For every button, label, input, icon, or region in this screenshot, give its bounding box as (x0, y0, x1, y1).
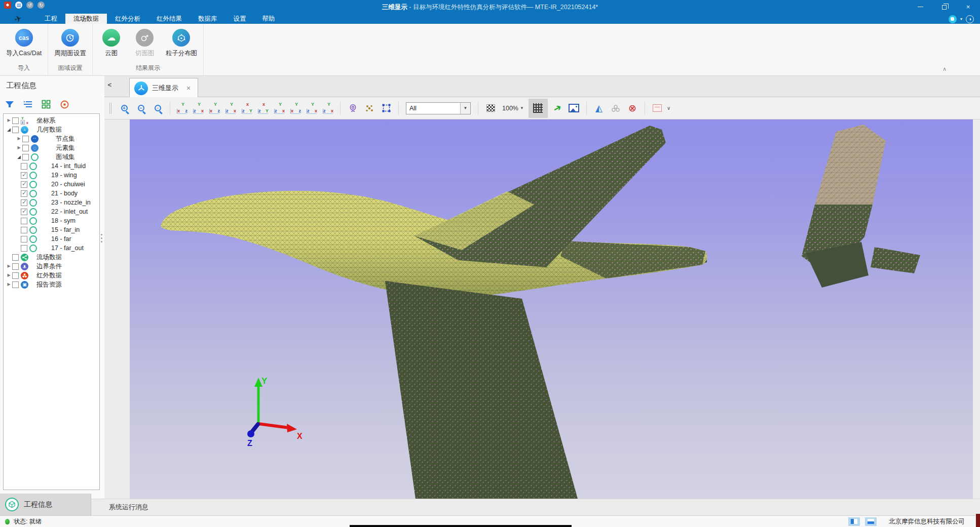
menu-tab-help[interactable]: 帮助 (254, 14, 283, 24)
tree-item-elemset[interactable]: ◌元素集 (4, 143, 99, 152)
zoom-fit-icon[interactable]: ▫ (150, 101, 165, 116)
tree-item-boundary[interactable]: 边界条件 (4, 262, 99, 271)
menu-tab-database[interactable]: 数据库 (190, 14, 225, 24)
tree-item-sym[interactable]: 18 - sym (4, 216, 99, 225)
tree-item-report[interactable]: ▣报告资源 (4, 280, 99, 289)
tree-item-infrared[interactable]: 红外数据 (4, 271, 99, 280)
checkbox[interactable] (22, 145, 29, 151)
view-top-icon[interactable]: xzY (240, 102, 254, 114)
particle-distribution-button[interactable]: 粒子分布图 (163, 28, 201, 59)
tree-item-inlet-out[interactable]: 22 - inlet_out (4, 207, 99, 216)
transparency-checker-icon[interactable] (483, 101, 498, 116)
tree-item-far[interactable]: 16 - far (4, 234, 99, 244)
mirror-icon[interactable]: ◭ (592, 101, 606, 116)
tree-item-surfaceset[interactable]: 面域集 (4, 152, 99, 161)
checkbox[interactable] (21, 163, 27, 170)
expander-icon[interactable] (6, 264, 12, 268)
checkbox[interactable] (21, 245, 27, 252)
export-arrow-icon[interactable]: ➔ (550, 101, 564, 116)
delete-icon[interactable]: ⊗ (625, 101, 639, 116)
redo-icon[interactable]: ↻ (37, 2, 45, 9)
3d-viewport[interactable]: Y X Z (130, 119, 973, 499)
opacity-dropdown[interactable]: 100%▼ (500, 105, 526, 112)
style-toggle-icon[interactable] (949, 15, 957, 23)
layout-toggle-2-icon[interactable] (865, 517, 877, 526)
view-back-icon[interactable]: Yzx (192, 102, 205, 114)
select-box-icon[interactable] (379, 101, 393, 116)
checkbox[interactable] (21, 172, 27, 179)
checkbox[interactable] (21, 199, 27, 206)
section-circles-icon[interactable] (609, 101, 623, 116)
tab-close-icon[interactable]: × (186, 84, 191, 92)
close-button[interactable]: × (956, 0, 980, 14)
target-locate-icon[interactable] (59, 99, 70, 110)
view-front-icon[interactable]: Yxz (175, 102, 189, 114)
view-iso1-icon[interactable]: Yzx (273, 102, 286, 114)
checkbox[interactable] (21, 181, 27, 188)
grid-view-icon[interactable] (41, 99, 52, 110)
view-bottom-icon[interactable]: xzY (256, 102, 270, 114)
tab-3d-display[interactable]: 三维显示 × (129, 78, 198, 98)
expander-icon[interactable] (6, 282, 12, 287)
expander-icon[interactable] (16, 137, 22, 141)
checkbox[interactable] (12, 254, 19, 261)
import-cas-dat-button[interactable]: cas 导入Cas/Dat (3, 28, 45, 59)
menu-tab-ir-results[interactable]: 红外结果 (148, 14, 190, 24)
view-iso2-icon[interactable]: Yxz (289, 102, 303, 114)
menu-tab-flowfield[interactable]: 流场数据 (65, 14, 107, 24)
tree-item-int-fluid[interactable]: 14 - int_fluid (4, 161, 99, 171)
combo-dropdown-icon[interactable]: ▼ (460, 103, 470, 114)
checkbox[interactable] (12, 263, 19, 270)
ribbon-collapse-chevron[interactable]: ∧ (943, 66, 947, 72)
checkbox[interactable] (21, 190, 27, 197)
particle-points-icon[interactable] (362, 101, 376, 116)
undo-icon[interactable]: ↺ (26, 2, 33, 9)
filter-funnel-icon[interactable] (4, 99, 15, 110)
probe-camera-icon[interactable] (346, 101, 360, 116)
checkbox[interactable] (21, 209, 27, 215)
toolbar-drag-handle[interactable] (109, 103, 111, 114)
display-filter-combo[interactable]: All ▼ (406, 102, 471, 114)
splitter-handle[interactable] (101, 234, 102, 242)
new-document-icon[interactable]: ▤ (15, 2, 22, 9)
outline-list-icon[interactable] (22, 99, 33, 110)
more-chevron-icon[interactable]: ∨ (667, 105, 670, 111)
panel-bottom-tab[interactable]: 工程信息 (0, 494, 91, 515)
app-logo-icon[interactable]: ◆ (4, 2, 11, 9)
tree-item-coordsys[interactable]: Yzx坐标系 (4, 116, 99, 125)
view-right-icon[interactable]: Yzx (224, 102, 238, 114)
checkbox[interactable] (12, 127, 19, 133)
tree-item-nodeset[interactable]: ∙∙节点集 (4, 134, 99, 143)
zoom-in-icon[interactable]: + (117, 101, 131, 116)
expander-icon[interactable] (16, 155, 22, 159)
checkbox[interactable] (12, 281, 19, 288)
checkbox[interactable] (22, 154, 29, 160)
render-box-icon[interactable] (650, 101, 664, 116)
minimize-button[interactable] (909, 0, 932, 14)
tree-item-flowfield[interactable]: 流场数据 (4, 253, 99, 262)
theme-toggle-icon[interactable]: ◑ (966, 15, 974, 23)
checkbox[interactable] (22, 136, 29, 142)
mesh-grid-icon[interactable] (529, 99, 548, 118)
maximize-button[interactable] (932, 0, 956, 14)
menu-tab-ir-analysis[interactable]: 红外分析 (107, 14, 148, 24)
checkbox[interactable] (12, 272, 19, 279)
view-iso4-icon[interactable]: Yzx (321, 102, 335, 114)
tree-item-geometry[interactable]: ▵几何数据 (4, 125, 99, 134)
tree-item-far-in[interactable]: 15 - far_in (4, 225, 99, 234)
expander-icon[interactable] (6, 273, 12, 277)
style-dropdown-icon[interactable]: ▾ (960, 17, 962, 21)
tree-item-chuiwei[interactable]: 20 - chuiwei (4, 180, 99, 189)
tree-item-body[interactable]: 21 - body (4, 189, 99, 198)
view-iso3-icon[interactable]: Yzx (305, 102, 319, 114)
checkbox[interactable] (21, 218, 27, 224)
tree-item-wing[interactable]: 19 - wing (4, 171, 99, 180)
checkbox[interactable] (21, 236, 27, 242)
expander-icon[interactable] (6, 118, 12, 123)
view-left-icon[interactable]: Yxz (208, 102, 221, 114)
snapshot-image-icon[interactable] (567, 101, 581, 116)
expander-icon[interactable] (16, 146, 22, 150)
menu-tab-settings[interactable]: 设置 (225, 14, 254, 24)
expander-icon[interactable] (6, 128, 12, 132)
menu-tab-engineering[interactable]: 工程 (36, 14, 65, 24)
